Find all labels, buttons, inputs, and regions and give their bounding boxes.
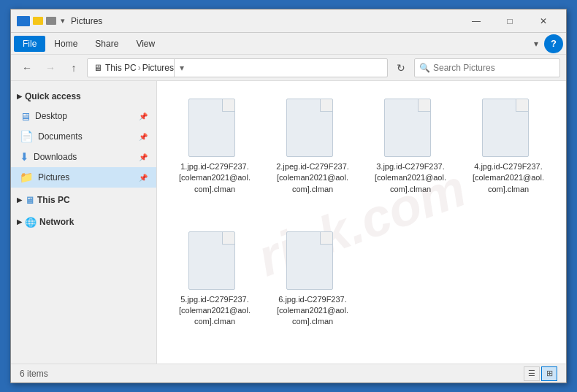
title-dropdown-arrow[interactable]: ▾ [61,16,65,26]
quick-access-header[interactable]: ▶ Quick access [11,87,156,106]
file-icon-container [384,99,437,157]
expand-icon: ▶ [17,93,22,100]
sidebar-item-documents[interactable]: 📄 Documents 📌 [11,126,156,147]
file-grid: 1.jpg.id-C279F237.[coleman2021@aol.com].… [169,93,554,352]
menu-bar: File Home Share View ▾ ? [11,33,566,55]
this-pc-header[interactable]: ▶ 🖥 This PC [11,191,156,210]
file-item[interactable]: 2.jpeg.id-C279F237.[coleman2021@aol.com]… [267,93,359,220]
file-name: 3.jpg.id-C279F237.[coleman2021@aol.com].… [374,161,447,195]
back-button[interactable]: ← [17,58,37,78]
maximize-button[interactable]: □ [493,9,527,33]
status-bar: 6 items ☰ ⊞ [11,364,566,383]
file-page-icon [188,99,235,157]
search-box[interactable]: 🔍 [414,58,560,77]
folder-icon-gray [46,17,56,25]
close-button[interactable]: ✕ [527,9,560,33]
pin-icon-downloads: 📌 [139,153,148,161]
explorer-window: ▾ Pictures — □ ✕ File Home Share View ▾ … [10,9,567,383]
quick-access-label: Quick access [25,91,81,101]
window-controls: — □ ✕ [459,9,560,33]
pin-icon-docs: 📌 [139,133,148,141]
file-page-icon [188,231,235,290]
downloads-icon: ⬇ [20,150,29,164]
menu-file[interactable]: File [14,36,45,52]
network-icon: 🌐 [25,217,37,228]
forward-button[interactable]: → [40,58,61,78]
file-page-icon [482,99,529,157]
address-path[interactable]: 🖥 This PC › Pictures ▾ [87,58,388,77]
file-page-icon [286,99,333,157]
address-bar: ← → ↑ 🖥 This PC › Pictures ▾ ↻ 🔍 [11,55,566,81]
file-name: 6.jpg.id-C279F237.[coleman2021@aol.com].… [276,294,349,328]
file-area: risk.com 1.jpg.id-C279F237.[coleman2021@… [157,81,566,364]
docs-icon: 📄 [20,130,34,143]
expand-icon-net: ▶ [17,218,22,226]
this-pc-section: ▶ 🖥 This PC [11,191,156,210]
sidebar-pictures-label: Pictures [38,172,69,182]
sidebar-item-pictures[interactable]: 📁 Pictures 📌 [11,167,156,188]
refresh-button[interactable]: ↻ [391,58,411,78]
file-item[interactable]: 4.jpg.id-C279F237.[coleman2021@aol.com].… [462,93,554,220]
list-view-button[interactable]: ☰ [524,366,540,381]
title-bar: ▾ Pictures — □ ✕ [11,9,566,33]
address-dropdown[interactable]: ▾ [174,58,188,77]
breadcrumb-thispc[interactable]: This PC [105,63,137,73]
search-input[interactable] [433,63,555,73]
icon-view-button[interactable]: ⊞ [541,366,557,381]
sidebar-downloads-label: Downloads [34,152,77,162]
menu-home[interactable]: Home [45,36,86,52]
file-name: 5.jpg.id-C279F237.[coleman2021@aol.com].… [178,294,251,328]
file-name: 4.jpg.id-C279F237.[coleman2021@aol.com].… [472,161,545,195]
network-section: ▶ 🌐 Network [11,212,156,231]
main-content: ▶ Quick access 🖥 Desktop 📌 📄 Documents 📌… [11,81,566,364]
menu-share[interactable]: Share [86,36,127,52]
file-item[interactable]: 5.jpg.id-C279F237.[coleman2021@aol.com].… [169,226,261,353]
network-header[interactable]: ▶ 🌐 Network [11,212,156,231]
file-item[interactable]: 1.jpg.id-C279F237.[coleman2021@aol.com].… [169,93,261,220]
file-name: 1.jpg.id-C279F237.[coleman2021@aol.com].… [178,161,251,195]
help-button[interactable]: ? [544,34,563,53]
view-buttons: ☰ ⊞ [524,366,557,381]
breadcrumb-pictures[interactable]: Pictures [142,63,174,73]
pin-icon-desktop: 📌 [139,112,148,120]
ribbon-collapse[interactable]: ▾ [528,36,544,52]
file-icon-container [188,99,241,157]
network-label: Network [39,217,74,227]
file-name: 2.jpeg.id-C279F237.[coleman2021@aol.com]… [276,161,349,195]
pin-icon-pictures: 📌 [139,174,148,182]
pc-icon: 🖥 [25,195,34,206]
file-page-icon [384,99,431,157]
file-page-icon [286,231,333,290]
quick-access-section: ▶ Quick access 🖥 Desktop 📌 📄 Documents 📌… [11,87,156,188]
sidebar-docs-label: Documents [38,131,83,142]
file-item[interactable]: 6.jpg.id-C279F237.[coleman2021@aol.com].… [267,226,359,353]
menu-view[interactable]: View [127,36,164,52]
minimize-button[interactable]: — [459,9,493,33]
window-title: Pictures [71,16,459,26]
sidebar-desktop-label: Desktop [35,111,67,121]
pictures-icon: 📁 [20,171,34,184]
title-bar-icons: ▾ [17,16,65,26]
sidebar-item-downloads[interactable]: ⬇ Downloads 📌 [11,147,156,167]
file-item[interactable]: 3.jpg.id-C279F237.[coleman2021@aol.com].… [364,93,456,220]
file-icon-container [482,99,535,157]
folder-icon-yellow [33,17,43,25]
sidebar-item-desktop[interactable]: 🖥 Desktop 📌 [11,106,156,126]
item-count: 6 items [20,369,48,379]
sidebar: ▶ Quick access 🖥 Desktop 📌 📄 Documents 📌… [11,81,157,364]
breadcrumb-sep: › [138,63,141,73]
desktop-icon: 🖥 [20,110,31,123]
file-icon-container [286,99,339,157]
file-icon-container [188,231,241,290]
path-icon: 🖥 [93,63,102,73]
file-icon-container [286,231,339,290]
folder-icon-blue [17,16,30,26]
expand-icon-pc: ▶ [17,196,22,204]
search-icon: 🔍 [419,63,430,73]
this-pc-label: This PC [37,195,70,205]
up-button[interactable]: ↑ [64,58,84,78]
